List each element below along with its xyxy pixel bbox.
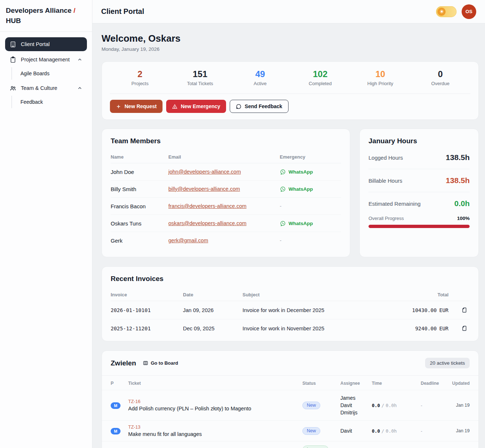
sidebar-item-label: Project Management [21, 57, 70, 62]
ticket-code[interactable]: TZ-13 [128, 425, 302, 430]
assignee-list: James Davit Dmitrijs [340, 394, 372, 416]
content: Welcome, Oskars Monday, January 19, 2026… [92, 23, 485, 448]
stat-completed: 102 Completed [290, 69, 351, 86]
topbar: Client Portal OS [92, 0, 485, 23]
sidebar-item-team-culture[interactable]: Team & Culture [5, 81, 87, 95]
assignee: Davit [340, 402, 372, 409]
whatsapp-icon [280, 169, 286, 175]
chevron-up-icon[interactable] [77, 57, 83, 62]
chevron-up-icon[interactable] [77, 86, 83, 91]
stat-active: 49 Active [230, 69, 290, 86]
sidebar-item-feedback[interactable]: Feedback [11, 96, 87, 108]
progress-label: Overall Progress [368, 216, 404, 221]
deadline: - [421, 403, 448, 408]
welcome-title: Welcome, Oskars [102, 33, 479, 44]
clipboard-icon [9, 56, 16, 63]
member-email-link[interactable]: john@developers-alliance.com [168, 169, 280, 175]
whatsapp-link[interactable]: WhatsApp [280, 220, 341, 227]
theme-toggle[interactable] [436, 6, 457, 17]
sidebar-item-project-management[interactable]: Project Management [5, 53, 87, 67]
stat-label: Projects [110, 81, 170, 86]
avatar[interactable]: OS [462, 4, 476, 19]
col-subject: Subject [242, 292, 387, 297]
table-row: 2026-01-10101 Jan 09, 2026 Invoice for w… [111, 301, 470, 319]
priority-badge: M [111, 428, 121, 434]
ticket-code[interactable]: TZ-16 [128, 399, 302, 404]
new-request-button[interactable]: New Request [110, 100, 163, 113]
member-email-link[interactable]: gerk@gmail.com [168, 238, 280, 243]
invoice-amount: 9240.00 [415, 326, 437, 331]
member-name: Billy Smith [111, 186, 168, 192]
member-email-link[interactable]: oskars@developers-alliance.com [168, 220, 280, 226]
topbar-actions: OS [436, 4, 476, 19]
table-row: Gerk gerk@gmail.com - [111, 232, 341, 249]
progress-percent: 100% [457, 216, 470, 221]
member-name: John Doe [111, 169, 168, 175]
ticket-title[interactable]: Add Polish currency (PLN – Polish złoty)… [128, 406, 302, 411]
col-name: Name [111, 154, 168, 160]
go-to-board-label: Go to Board [151, 360, 178, 366]
new-request-label: New Request [125, 103, 157, 109]
emergency-empty: - [280, 203, 341, 209]
col-status: Status [302, 381, 340, 386]
stat-value: 49 [230, 69, 290, 79]
sun-icon [438, 8, 446, 16]
table-row: Francis Bacon francis@developers-allianc… [111, 198, 341, 215]
member-name: Oskars Tuns [111, 220, 168, 227]
col-email: Email [168, 154, 280, 160]
invoice-document-icon[interactable] [461, 325, 467, 331]
hours-row: Billable Hours 138.5h [368, 169, 470, 192]
january-hours-card: January Hours Logged Hours 138.5h Billab… [359, 129, 479, 257]
whatsapp-label: WhatsApp [289, 221, 313, 226]
col-date: Date [183, 292, 242, 297]
stats-card: 2 Projects 151 Total Tickets 49 Active 1… [102, 61, 479, 120]
member-name: Francis Bacon [111, 203, 168, 209]
time-separator: / [382, 403, 385, 408]
status-badge: New [302, 402, 320, 409]
hours-value: 138.5h [446, 153, 470, 162]
sidebar-item-agile-boards[interactable]: Agile Boards [11, 67, 87, 80]
january-hours-title: January Hours [368, 137, 470, 145]
time-spent: 0.0 [372, 403, 380, 408]
stat-value: 102 [290, 69, 351, 79]
invoice-document-icon[interactable] [461, 307, 467, 313]
stat-value: 151 [170, 69, 230, 79]
send-feedback-label: Send Feedback [245, 103, 282, 109]
hours-row: Estimated Remaining 0.0h [368, 192, 470, 215]
stats-grid: 2 Projects 151 Total Tickets 49 Active 1… [110, 69, 470, 94]
stat-label: High Priority [350, 81, 410, 86]
project-board-card: Zwielen Go to Board 20 active tickets P … [102, 350, 479, 448]
updated-date: Jan 19 [448, 403, 470, 408]
chat-bubble-icon [236, 104, 241, 109]
whatsapp-icon [280, 220, 286, 227]
col-ticket: Ticket [128, 381, 302, 386]
member-email-link[interactable]: billy@developers-alliance.com [168, 186, 280, 192]
member-email-link[interactable]: francis@developers-alliance.com [168, 203, 280, 209]
send-feedback-button[interactable]: Send Feedback [230, 100, 289, 113]
col-deadline: Deadline [421, 381, 448, 386]
ticket-row[interactable]: M TZ-16 Add Polish currency (PLN – Polis… [102, 390, 478, 421]
whatsapp-link[interactable]: WhatsApp [280, 169, 341, 175]
ticket-row[interactable]: M Tier Price Functionality In Progress J… [102, 441, 478, 448]
time-total: 0.0h [386, 403, 397, 408]
sidebar-item-label: Client Portal [21, 41, 50, 47]
whatsapp-link[interactable]: WhatsApp [280, 186, 341, 192]
brand-line1: Developers Alliance [6, 7, 72, 14]
new-emergency-button[interactable]: New Emergency [166, 100, 226, 113]
stat-value: 2 [110, 69, 170, 79]
col-total: Total [387, 292, 448, 297]
ticket-row[interactable]: M TZ-13 Make menu fit for all languages … [102, 421, 478, 441]
hours-label: Estimated Remaining [368, 201, 421, 207]
stat-value: 10 [350, 69, 410, 79]
progress-bar [368, 225, 470, 228]
building-icon [9, 41, 16, 48]
status-badge: New [302, 427, 320, 435]
overall-progress-row: Overall Progress 100% [368, 215, 470, 221]
hours-row: Logged Hours 138.5h [368, 145, 470, 169]
team-members-card: Team Members Name Email Emergency John D… [102, 129, 350, 257]
go-to-board-link[interactable]: Go to Board [143, 360, 178, 366]
ticket-title[interactable]: Make menu fit for all languages [128, 431, 302, 437]
recent-invoices-card: Recent Invoices Invoice Date Subject Tot… [102, 266, 479, 341]
table-row: 2025-12-11201 Dec 09, 2025 Invoice for w… [111, 319, 470, 337]
sidebar-item-client-portal[interactable]: Client Portal [5, 37, 87, 51]
